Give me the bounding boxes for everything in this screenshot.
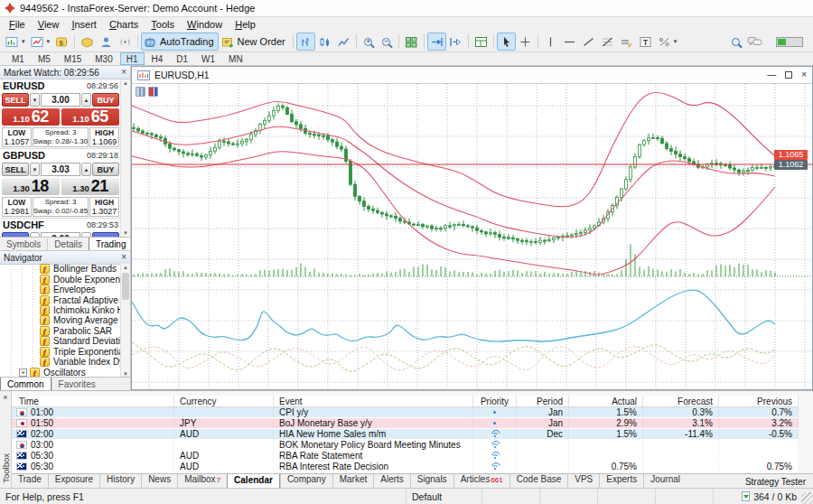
market-watch-tab[interactable]: Trading	[89, 237, 130, 250]
toolbox-tab[interactable]: Exposure	[48, 473, 99, 488]
volume-input[interactable]: 3.00	[41, 93, 80, 107]
close-icon[interactable]: ×	[801, 70, 807, 79]
minimize-icon[interactable]: —	[767, 70, 776, 79]
calendar-row[interactable]: 03:00 BOK Monetary Policy Board Meeting …	[12, 440, 799, 451]
new-chart-button[interactable]: ▾	[3, 33, 28, 51]
menu-item[interactable]: Charts	[103, 18, 145, 31]
volume-dropdown-icon[interactable]: ▼	[30, 93, 40, 107]
chat-icon[interactable]	[747, 36, 763, 47]
col-currency[interactable]: Currency	[174, 396, 274, 406]
tile-windows-icon[interactable]	[402, 33, 421, 51]
sell-button[interactable]: SELL	[2, 93, 29, 107]
zoom-out-icon[interactable]: −	[378, 33, 396, 51]
navigator-tab[interactable]: Common	[0, 377, 51, 390]
toolbox-tab[interactable]: Company	[280, 473, 332, 488]
deposit-icon[interactable]	[78, 33, 97, 51]
timeframe-button[interactable]: D1	[170, 52, 194, 65]
toolbox-tab[interactable]: Mailbox7	[177, 473, 227, 488]
toolbox-tab[interactable]: Experts	[599, 473, 643, 488]
menu-item[interactable]: Window	[181, 18, 229, 31]
navigator-item[interactable]: ƒ Triple Exponential M	[0, 347, 121, 357]
calendar-row[interactable]: 05:30 AUD RBA Interest Rate Decision 0.7…	[12, 462, 799, 472]
timeframe-button[interactable]: H1	[120, 52, 145, 65]
navigator-item[interactable]: ƒ Bollinger Bands	[0, 264, 121, 274]
market-watch-scrollbar[interactable]: ▲▼	[120, 79, 130, 237]
calendar-row[interactable]: 02:00 AUD HIA New Home Sales m/m Dec 1.5…	[12, 429, 799, 440]
bid-price[interactable]: 1.1062	[2, 108, 60, 126]
market-watch-tab[interactable]: Details	[47, 238, 89, 250]
crosshair-icon[interactable]	[516, 33, 535, 51]
scroll-up-icon[interactable]: ▲	[123, 80, 128, 86]
menu-item[interactable]: Tools	[145, 18, 181, 31]
zoom-in-icon[interactable]: +	[360, 33, 378, 51]
account-icon[interactable]	[97, 33, 116, 51]
vertical-line-icon[interactable]	[541, 33, 560, 51]
line-chart-mode-icon[interactable]	[334, 33, 353, 51]
signal-icon[interactable]	[116, 33, 135, 51]
scroll-thumb[interactable]	[122, 273, 129, 300]
navigator-tab[interactable]: Favorites	[51, 378, 102, 390]
chart-shift-icon[interactable]	[446, 33, 465, 51]
chart-area[interactable]: 1.1065 1.1062	[132, 84, 812, 389]
bar-chart-mode-icon[interactable]	[296, 33, 315, 51]
autotrading-button[interactable]: AutoTrading	[141, 33, 219, 51]
volume-input[interactable]: 3.03	[41, 163, 80, 176]
market-folder-icon[interactable]: $	[52, 33, 71, 51]
navigator-item[interactable]: ƒ Parabolic SAR	[0, 326, 121, 336]
toolbox-tab[interactable]: Trade	[12, 473, 48, 488]
profiles-button[interactable]: ▾	[28, 33, 53, 51]
volume-dropdown-icon[interactable]: ▼	[30, 163, 40, 176]
candlestick-mode-icon[interactable]	[315, 33, 334, 51]
close-icon[interactable]: ×	[121, 253, 126, 262]
resize-grip[interactable]	[801, 492, 813, 504]
scroll-down-icon[interactable]: ▼	[123, 230, 128, 236]
close-icon[interactable]: ×	[121, 68, 126, 77]
volume-up-icon[interactable]: ▲	[81, 93, 91, 107]
depth-of-market-icon[interactable]	[148, 87, 158, 97]
new-chart-window-icon[interactable]	[472, 33, 491, 51]
buy-button[interactable]: BUY	[92, 93, 119, 107]
toolbox-tab[interactable]: Journal	[643, 473, 687, 488]
navigator-item[interactable]: ƒ Ichimoku Kinko Hyo	[0, 305, 121, 315]
chart-title-bar[interactable]: EURUSD,H1 — ×	[132, 67, 812, 84]
timeframe-button[interactable]: M15	[58, 52, 88, 65]
channel-icon[interactable]	[617, 33, 636, 51]
navigator-item[interactable]: ƒ Double Exponential	[0, 274, 121, 284]
navigator-item[interactable]: ƒ Variable Index Dyna	[0, 357, 121, 367]
toolbox-tab[interactable]: Articles661	[453, 473, 509, 488]
col-priority[interactable]: Priority	[473, 396, 517, 406]
text-icon[interactable]: T	[636, 33, 655, 51]
bid-price[interactable]: 1.3018	[2, 178, 60, 195]
ask-price[interactable]: 1.3021	[61, 178, 119, 195]
toolbox-tab[interactable]: Alerts	[373, 473, 410, 488]
toolbox-tab[interactable]: History	[99, 473, 141, 488]
maximize-icon[interactable]	[785, 71, 792, 79]
timeframe-button[interactable]: H4	[145, 52, 170, 65]
menu-item[interactable]: Help	[229, 18, 262, 31]
auto-scroll-icon[interactable]	[427, 33, 446, 51]
chevron-down-icon[interactable]: ▾	[22, 38, 25, 45]
strategy-tester-tab[interactable]: Strategy Tester	[738, 476, 813, 488]
one-click-trading-icon[interactable]	[136, 87, 145, 97]
calendar-row[interactable]: 01:50 JPY BoJ Monetary Base y/y Jan 2.9%…	[12, 418, 799, 429]
navigator-item[interactable]: ƒ Envelopes	[0, 285, 121, 294]
market-watch-tab[interactable]: Symbols	[0, 238, 47, 250]
new-order-button[interactable]: New Order	[219, 33, 290, 51]
scroll-up-icon[interactable]: ▲	[123, 265, 128, 270]
toolbox-tab[interactable]: Market	[332, 473, 374, 488]
col-event[interactable]: Event	[274, 396, 473, 406]
menu-item[interactable]: View	[32, 18, 66, 31]
timeframe-button[interactable]: M5	[32, 52, 57, 65]
horizontal-line-icon[interactable]	[560, 33, 579, 51]
search-icon[interactable]	[732, 38, 740, 46]
fibonacci-icon[interactable]	[598, 33, 617, 51]
shapes-icon[interactable]: ▾	[655, 33, 680, 51]
calendar-row[interactable]: 01:00 CPI y/y Jan 1.5% 0.3% 0.7%	[12, 407, 799, 418]
menu-item[interactable]: File	[3, 18, 32, 31]
buy-button[interactable]: BUY	[92, 163, 119, 176]
navigator-item[interactable]: ƒ Fractal Adaptive Mo	[0, 294, 121, 304]
volume-up-icon[interactable]: ▲	[81, 163, 91, 176]
menu-item[interactable]: Insert	[65, 18, 103, 31]
toolbox-tab[interactable]: Calendar	[227, 473, 280, 488]
trendline-icon[interactable]	[579, 33, 598, 51]
